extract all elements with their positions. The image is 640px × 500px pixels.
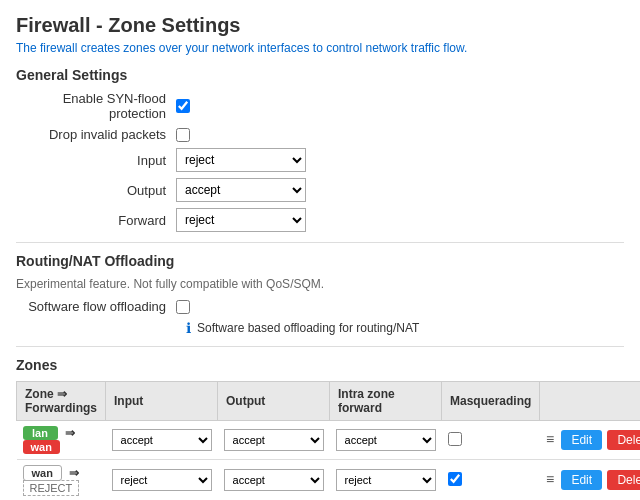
row1-menu-icon[interactable]: ≡ bbox=[546, 431, 554, 447]
forward-select[interactable]: reject accept drop bbox=[176, 208, 306, 232]
info-icon: ℹ bbox=[186, 320, 191, 336]
forward-label: Forward bbox=[16, 213, 176, 228]
table-row: wan ⇒ REJECT reject accept drop accept r… bbox=[17, 460, 641, 501]
drop-invalid-checkbox[interactable] bbox=[176, 128, 190, 142]
routing-nat-desc: Experimental feature. Not fully compatib… bbox=[16, 277, 624, 291]
zone-wan-badge: wan bbox=[23, 440, 60, 454]
zone-wan-from-badge: wan bbox=[23, 465, 62, 481]
software-flow-checkbox[interactable] bbox=[176, 300, 190, 314]
zones-heading: Zones bbox=[16, 357, 624, 373]
row2-menu-icon[interactable]: ≡ bbox=[546, 471, 554, 487]
row2-intra-select[interactable]: reject accept drop bbox=[336, 469, 436, 491]
routing-nat-heading: Routing/NAT Offloading bbox=[16, 253, 624, 269]
output-label: Output bbox=[16, 183, 176, 198]
info-text: Software based offloading for routing/NA… bbox=[197, 321, 419, 335]
col-actions bbox=[540, 382, 640, 421]
page-subtitle: The firewall creates zones over your net… bbox=[16, 41, 624, 55]
col-masquerading: Masquerading bbox=[442, 382, 540, 421]
page-title: Firewall - Zone Settings bbox=[16, 14, 624, 37]
syn-flood-label: Enable SYN-flood protection bbox=[16, 91, 176, 121]
col-output: Output bbox=[218, 382, 330, 421]
row2-edit-button[interactable]: Edit bbox=[561, 470, 602, 490]
zone-reject-badge: REJECT bbox=[23, 480, 80, 496]
software-flow-label: Software flow offloading bbox=[16, 299, 176, 314]
row1-output-select[interactable]: accept reject drop bbox=[224, 429, 324, 451]
input-label: Input bbox=[16, 153, 176, 168]
arrow-icon: ⇒ bbox=[65, 426, 75, 440]
col-input: Input bbox=[106, 382, 218, 421]
row1-input-select[interactable]: accept reject drop bbox=[112, 429, 212, 451]
output-select[interactable]: accept reject drop bbox=[176, 178, 306, 202]
arrow-icon2: ⇒ bbox=[69, 466, 79, 480]
row1-delete-button[interactable]: Delete bbox=[607, 430, 640, 450]
table-row: lan ⇒ wan accept reject drop accept reje… bbox=[17, 421, 641, 460]
row1-masquerade-checkbox[interactable] bbox=[448, 432, 462, 446]
row2-input-select[interactable]: reject accept drop bbox=[112, 469, 212, 491]
row1-edit-button[interactable]: Edit bbox=[561, 430, 602, 450]
input-select[interactable]: reject accept drop bbox=[176, 148, 306, 172]
zone-lan-badge: lan bbox=[23, 426, 58, 440]
drop-invalid-label: Drop invalid packets bbox=[16, 127, 176, 142]
col-zone-forwardings: Zone ⇒ Forwardings bbox=[17, 382, 106, 421]
row2-output-select[interactable]: accept reject drop bbox=[224, 469, 324, 491]
row2-masquerade-checkbox[interactable] bbox=[448, 472, 462, 486]
general-settings-heading: General Settings bbox=[16, 67, 624, 83]
row2-delete-button[interactable]: Delete bbox=[607, 470, 640, 490]
col-intra-zone: Intra zone forward bbox=[330, 382, 442, 421]
syn-flood-checkbox[interactable] bbox=[176, 99, 190, 113]
row1-intra-select[interactable]: accept reject drop bbox=[336, 429, 436, 451]
